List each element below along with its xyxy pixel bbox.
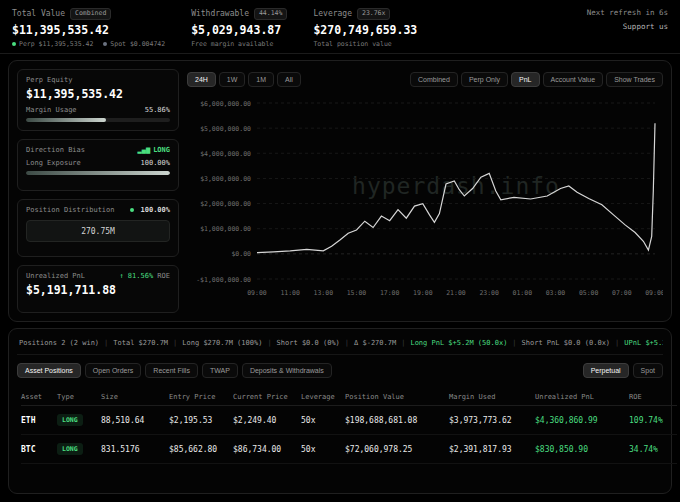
withdrawable-label: Withdrawable (191, 9, 249, 18)
cell-roe: 34.74% (629, 435, 677, 464)
distribution-pct-text: 100.00% (140, 206, 170, 214)
col-header-leverage[interactable]: Leverage (301, 388, 345, 406)
combined-badge[interactable]: Combined (70, 8, 111, 20)
pnl-chart-area[interactable]: hyperdash.info $6,000,000.00$5,000,000.0… (187, 93, 663, 313)
total-value-label: Total Value (12, 9, 65, 18)
distribution-bucket[interactable]: 270.75M (26, 220, 170, 242)
direction-bias-label: Direction Bias (26, 146, 85, 154)
spot-balance-text: Spot $0.004742 (110, 40, 165, 48)
cell-unrealized-pnl: $4,360,860.99 (535, 406, 629, 435)
roe-value: 81.56% (128, 272, 153, 280)
range-button-all[interactable]: All (277, 72, 301, 87)
leverage-label: Leverage (313, 9, 352, 18)
x-axis-tick-label: 05:00 (579, 289, 599, 297)
toggle-perpetual[interactable]: Perpetual (583, 363, 629, 378)
cell-type: LONG (57, 435, 101, 464)
range-button-1w[interactable]: 1W (219, 72, 246, 87)
x-axis-tick-label: 01:00 (513, 289, 533, 297)
trend-up-icon: ▂▄▆ (137, 146, 150, 154)
support-us-link[interactable]: Support us (587, 22, 668, 31)
summary-separator: | (267, 339, 271, 347)
direction-bias-card: Direction Bias ▂▄▆LONG Long Exposure 100… (17, 139, 179, 191)
chart-section: 24H 1W 1M All Combined Perp Only PnL Acc… (187, 69, 663, 313)
mode-button-account-value[interactable]: Account Value (543, 72, 604, 87)
positions-summary-segment: UPnL $+5.2M (100% win) (624, 339, 663, 347)
range-button-1m[interactable]: 1M (248, 72, 274, 87)
roe-summary: ↑ 81.56% ROE (119, 272, 170, 280)
col-header-asset[interactable]: Asset (21, 388, 57, 406)
mode-button-pnl[interactable]: PnL (511, 72, 539, 87)
y-axis-tick-label: -$1,000,000.00 (196, 276, 251, 284)
summary-cards-column: Perp Equity $11,395,535.42 Margin Usage … (17, 69, 179, 313)
positions-panel: Positions 2 (2 win)|Total $270.7M|Long $… (8, 328, 672, 494)
x-axis-tick-label: 03:00 (546, 289, 566, 297)
col-header-roe[interactable]: ROE (629, 388, 677, 406)
cell-asset[interactable]: BTC (21, 435, 57, 464)
leverage-stat: Leverage 23.76x $270,749,659.33 Total po… (313, 8, 417, 48)
perp-dot-icon (12, 42, 16, 46)
col-header-type[interactable]: Type (57, 388, 101, 406)
margin-usage-label: Margin Usage (26, 106, 77, 114)
mode-button-show-trades[interactable]: Show Trades (606, 72, 663, 87)
unrealized-pnl-card: Unrealized PnL ↑ 81.56% ROE $5,191,711.8… (17, 265, 179, 313)
direction-bias-value: ▂▄▆LONG (137, 146, 170, 154)
position-distribution-pct: 100.00% (130, 206, 170, 214)
withdrawable-amount: $5,029,943.87 (191, 23, 287, 37)
cell-unrealized-pnl: $830,850.90 (535, 435, 629, 464)
perp-equity-label: Perp Equity (26, 76, 170, 84)
cell-margin-used: $2,391,817.93 (449, 435, 535, 464)
col-header-position-value[interactable]: Position Value (345, 388, 449, 406)
leverage-amount: $270,749,659.33 (313, 23, 417, 37)
roe-up-arrow-icon: ↑ (119, 272, 123, 280)
toggle-spot[interactable]: Spot (633, 363, 663, 378)
col-header-unrealized-pnl[interactable]: Unrealized PnL (535, 388, 629, 406)
positions-summary-segment: Short $0.0 (0%) (277, 339, 340, 347)
positions-tabs-row: Asset Positions Open Orders Recent Fills… (17, 363, 663, 378)
total-value-stat: Total Value Combined $11,395,535.42 Perp… (12, 8, 165, 48)
summary-separator: | (104, 339, 108, 347)
x-axis-tick-label: 23:00 (479, 289, 499, 297)
tab-open-orders[interactable]: Open Orders (85, 363, 141, 378)
x-axis-tick-label: 13:00 (314, 289, 334, 297)
tab-twap[interactable]: TWAP (202, 363, 238, 378)
perp-equity-value: $11,395,535.42 (26, 87, 170, 101)
withdrawable-pct-badge: 44.14% (254, 8, 287, 20)
pnl-line-chart[interactable]: $6,000,000.00$5,000,000.00$4,000,000.00$… (187, 93, 663, 307)
cell-asset[interactable]: ETH (21, 406, 57, 435)
tab-recent-fills[interactable]: Recent Fills (145, 363, 198, 378)
tab-asset-positions[interactable]: Asset Positions (17, 363, 81, 378)
y-axis-tick-label: $2,000,000.00 (200, 200, 251, 208)
summary-separator: | (512, 339, 516, 347)
col-header-size[interactable]: Size (101, 388, 169, 406)
long-exposure-bar-fill (26, 171, 170, 175)
cell-roe: 109.74% (629, 406, 677, 435)
y-axis-tick-label: $4,000,000.00 (200, 150, 251, 158)
positions-summary-segment: Long PnL $+5.2M (50.0x) (410, 339, 507, 347)
roe-suffix: ROE (157, 272, 170, 280)
cell-size: 831.5176 (101, 435, 169, 464)
x-axis-tick-label: 09:00 (247, 289, 267, 297)
cell-leverage: 50x (301, 406, 345, 435)
col-header-entry-price[interactable]: Entry Price (169, 388, 233, 406)
col-header-margin-used[interactable]: Margin Used (449, 388, 535, 406)
y-axis-tick-label: $0.00 (231, 250, 251, 258)
next-refresh-countdown: Next refresh in 6s (587, 8, 668, 17)
top-stats-bar: Total Value Combined $11,395,535.42 Perp… (0, 0, 680, 54)
x-axis-tick-label: 19:00 (413, 289, 433, 297)
mode-button-perp-only[interactable]: Perp Only (461, 72, 508, 87)
cell-leverage: 50x (301, 435, 345, 464)
position-distribution-card: Position Distribution 100.00% 270.75M (17, 199, 179, 257)
unrealized-pnl-label: Unrealized PnL (26, 272, 85, 280)
total-value-amount: $11,395,535.42 (12, 23, 165, 37)
range-button-24h[interactable]: 24H (187, 72, 216, 87)
withdrawable-sub: Free margin available (191, 40, 273, 48)
tab-deposits-withdrawals[interactable]: Deposits & Withdrawals (242, 363, 332, 378)
col-header-current-price[interactable]: Current Price (233, 388, 301, 406)
pnl-line-series (257, 123, 655, 252)
mode-button-combined[interactable]: Combined (410, 72, 458, 87)
positions-summary-segment: Long $270.7M (100%) (182, 339, 262, 347)
positions-summary-segment: Positions 2 (2 win) (19, 339, 99, 347)
long-badge: LONG (57, 443, 83, 455)
cell-size: 88,510.64 (101, 406, 169, 435)
long-exposure-value: 100.00% (140, 159, 170, 167)
